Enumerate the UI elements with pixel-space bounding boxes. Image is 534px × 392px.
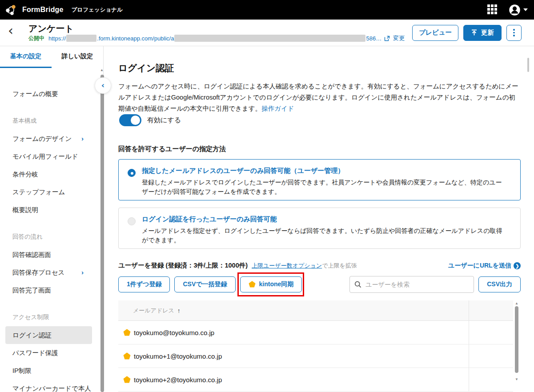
table-row[interactable]: toyokumo+2@toyokumo.co.jp (118, 368, 513, 392)
csv-export-button[interactable]: CSV出力 (478, 276, 521, 292)
scroll-down-arrow[interactable]: ▼ (515, 377, 518, 381)
search-icon (354, 281, 361, 288)
tab-basic-settings[interactable]: 基本の設定 (0, 46, 52, 68)
kintone-sync-button[interactable]: kintone同期 (240, 276, 302, 292)
user-limit-option-link[interactable]: 上限ユーザー数オプション (252, 262, 322, 270)
guide-link[interactable]: 操作ガイド (261, 105, 294, 112)
sidebar-section-access-restriction: アクセス制限 (0, 308, 103, 326)
sidebar-item-ip-restriction[interactable]: IP制限 (0, 362, 103, 380)
sidebar-item-response-confirm[interactable]: 回答確認画面 (0, 246, 103, 264)
sidebar-section-basic-structure: 基本構成 (0, 112, 103, 130)
chevron-right-icon: › (81, 264, 84, 281)
table-scrollbar[interactable]: ▲ ▼ (513, 300, 521, 392)
public-url[interactable]: https://.form.kintoneapp.com/public/a586… (48, 35, 381, 42)
sidebar-item-form-overview[interactable]: フォームの概要 (0, 85, 103, 103)
option-registered-users-only[interactable]: 指定したメールアドレスのユーザーのみ回答可能（ユーザー管理） 登録したメールアド… (118, 159, 521, 200)
chevron-down-icon (523, 8, 528, 11)
sort-ascending-icon[interactable]: ↑ (177, 307, 181, 314)
formbridge-logo-icon (4, 3, 18, 16)
main-scrollbar[interactable] (527, 58, 529, 72)
arrow-right-circle-icon[interactable]: ❯ (514, 262, 521, 269)
sidebar-item-mynumber-card[interactable]: マイナンバーカードで本人 (0, 380, 103, 392)
sidebar-collapse-button[interactable]: ‹ (95, 77, 111, 94)
settings-sidebar: 基本の設定 詳しい設定 フォームの概要 基本構成 フォームのデザイン› モバイル… (0, 46, 104, 392)
user-specify-method-label: 回答を許可するユーザーの指定方法 (118, 145, 522, 152)
sidebar-scrollbar[interactable] (100, 75, 104, 392)
account-menu[interactable] (509, 4, 528, 16)
option-any-logged-in-user[interactable]: ログイン認証を行ったユーザーのみ回答可能 メールアドレスを指定せず、ログインした… (118, 208, 521, 249)
send-url-link[interactable]: ユーザーにURLを送信 (448, 262, 511, 270)
register-users-label: ユーザーを登録 (登録済：3件/上限：1000件) (118, 262, 248, 269)
sidebar-item-password-protection[interactable]: パスワード保護 (0, 344, 103, 362)
change-url-link[interactable]: 変更 (393, 34, 405, 42)
sidebar-item-step-form[interactable]: ステップフォーム (0, 183, 103, 201)
account-icon (509, 4, 521, 16)
scrollbar-thumb[interactable] (515, 306, 518, 373)
topbar: FormBridge プロフェッショナル (0, 0, 534, 20)
sidebar-section-response-flow: 回答の流れ (0, 228, 103, 246)
sidebar-item-login-auth[interactable]: ログイン認証 (5, 326, 92, 344)
sidebar-item-conditional-branch[interactable]: 条件分岐 (0, 165, 103, 183)
more-menu-button[interactable] (506, 25, 522, 41)
brand-name: FormBridge (22, 6, 64, 14)
scroll-up-arrow[interactable]: ▲ (100, 68, 104, 72)
kintone-sync-annotation: kintone同期 (240, 276, 302, 292)
section-description: フォームへのアクセス時に、ログイン認証による本人確認を求めることができます。有効… (118, 81, 521, 114)
register-one-button[interactable]: 1件ずつ登録 (118, 276, 170, 292)
sidebar-item-response-complete[interactable]: 回答完了画面 (0, 281, 103, 299)
preview-button[interactable]: プレビュー (412, 25, 458, 41)
page-title: アンケート (28, 23, 405, 34)
external-link-icon[interactable] (384, 36, 390, 41)
redacted-url-part (174, 35, 365, 42)
table-header-row: メールアドレス ↑ (118, 300, 513, 321)
update-button[interactable]: 更新 (463, 25, 502, 41)
form-header: ‹ アンケート 公開中 https://.form.kintoneapp.com… (0, 20, 534, 46)
enable-toggle[interactable] (119, 114, 141, 126)
main-content: ログイン認証 フォームへのアクセス時に、ログイン認証による本人確認を求めることが… (104, 46, 534, 392)
kintone-icon (249, 281, 256, 288)
csv-bulk-register-button[interactable]: CSVで一括登録 (174, 276, 235, 292)
table-row[interactable]: toyokumo+1@toyokumo.co.jp (118, 344, 513, 368)
page: FormBridge プロフェッショナル ‹ アンケート 公開中 https:/… (0, 0, 534, 392)
user-search-input[interactable] (365, 281, 469, 288)
back-button[interactable]: ‹ (4, 25, 17, 36)
radio-unselected-icon[interactable] (128, 217, 136, 225)
sidebar-item-form-design[interactable]: フォームのデザイン› (0, 130, 103, 148)
chevron-right-icon: › (81, 130, 84, 148)
kebab-icon (513, 29, 515, 36)
toggle-label: 有効にする (147, 116, 181, 124)
user-search (349, 276, 474, 293)
kintone-icon (123, 376, 131, 384)
scroll-up-arrow[interactable]: ▲ (515, 301, 518, 305)
kintone-icon (123, 329, 131, 336)
tab-advanced-settings[interactable]: 詳しい設定 (52, 46, 103, 68)
limit-expand-suffix: で上限を拡張 (322, 262, 357, 270)
status-badge: 公開中 (28, 35, 44, 42)
email-column-header[interactable]: メールアドレス (133, 307, 174, 315)
user-table: メールアドレス ↑ toyokumo@toyokumo.co.jp toyoku… (118, 300, 521, 392)
sidebar-item-response-save-process[interactable]: 回答保存プロセス› (0, 264, 103, 281)
sidebar-item-mobile-fields[interactable]: モバイル用フィールド (0, 148, 103, 165)
redacted-url-part (66, 35, 96, 42)
plan-label: プロフェッショナル (72, 6, 123, 14)
upload-icon (471, 29, 478, 36)
radio-selected-icon[interactable] (128, 169, 136, 177)
sidebar-item-overview-description[interactable]: 概要説明 (0, 201, 103, 219)
section-heading: ログイン認証 (118, 63, 522, 73)
app-grid-icon[interactable] (487, 4, 498, 15)
table-row[interactable]: toyokumo@toyokumo.co.jp (118, 321, 513, 344)
kintone-icon (123, 352, 131, 360)
